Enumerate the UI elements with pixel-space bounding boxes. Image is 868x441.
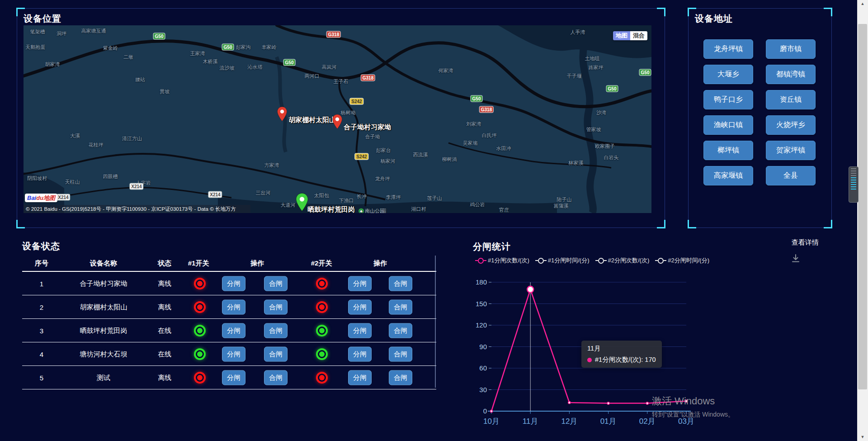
legend-item[interactable]: #1分闸次数/(次)	[475, 256, 529, 265]
cell-index: 5	[27, 374, 57, 381]
cell-device-name: 胡家棚村太阳山	[61, 303, 146, 311]
switch2-indicator-red	[318, 280, 326, 288]
map-stream	[277, 57, 286, 152]
table-column-header: 设备名称	[61, 259, 146, 268]
map-type-hybrid-button[interactable]: 混合	[630, 31, 647, 40]
address-button[interactable]: 磨市镇	[766, 39, 816, 59]
tooltip-value: #1分闸次数/(次): 170	[595, 356, 656, 364]
table-row: 4塘坊河村大石坝在线分闸合闸分闸合闸	[22, 342, 436, 366]
road-shield-s242: S242	[349, 98, 363, 105]
address-button[interactable]: 贺家坪镇	[766, 141, 816, 160]
device-map-pin[interactable]	[277, 106, 288, 123]
map-water	[218, 197, 557, 213]
switch1-close-button[interactable]: 合闸	[264, 276, 288, 291]
address-button[interactable]: 大堰乡	[703, 65, 753, 84]
road-shield-x214: X214	[129, 183, 143, 190]
switch2-open-button[interactable]: 分闸	[348, 299, 372, 314]
switch2-open-button[interactable]: 分闸	[348, 346, 372, 361]
scrollbar[interactable]: ▲ ▼	[857, 0, 868, 441]
road-shield-x214: X214	[56, 194, 70, 201]
device-location-panel: 设备位置 笔架槽洞坪天鹅抱蛋胡家湾高家塘互通紫金岭二墩王家湾彭家沟丰家岭木桥溪流…	[17, 8, 665, 228]
switch1-close-button[interactable]: 合闸	[264, 346, 288, 361]
scroll-widget-stripe	[851, 168, 856, 169]
switch2-open-button[interactable]: 分闸	[348, 370, 372, 385]
address-button[interactable]: 高家堰镇	[703, 166, 753, 185]
address-button[interactable]: 榔坪镇	[703, 141, 753, 160]
data-point	[646, 402, 648, 404]
legend-item[interactable]: #1分闸时间/(分)	[535, 256, 590, 265]
table-row: 1合子坳村习家坳离线分闸合闸分闸合闸	[22, 272, 436, 295]
device-map-pin[interactable]	[332, 114, 343, 131]
table-column-header: #2开关	[306, 259, 337, 268]
switch1-open-button[interactable]: 分闸	[222, 370, 245, 385]
legend-marker	[655, 258, 666, 264]
data-point	[490, 410, 492, 412]
switch1-close-button[interactable]: 合闸	[264, 370, 288, 385]
cell-status: 离线	[152, 279, 177, 288]
switch2-indicator-red	[318, 303, 326, 311]
switch1-close-button[interactable]: 合闸	[264, 299, 288, 314]
table-column-header: 操作	[232, 259, 282, 268]
cell-status: 在线	[152, 350, 177, 358]
road-shield-g50: G50	[222, 44, 234, 51]
view-details-link[interactable]: 查看详情	[792, 238, 819, 247]
x-axis-label: 01月	[600, 417, 617, 426]
scrollbar-thumb[interactable]	[858, 24, 867, 389]
scroll-widget-stripe	[851, 180, 856, 180]
x-axis-label: 12月	[561, 417, 577, 426]
switch2-close-button[interactable]: 合闸	[389, 276, 412, 291]
switch1-open-button[interactable]: 分闸	[222, 346, 245, 361]
scroll-indicator-widget[interactable]	[849, 166, 859, 203]
cell-device-name: 合子坳村习家坳	[61, 279, 146, 288]
road-shield-g50: G50	[471, 95, 483, 102]
address-button[interactable]: 火烧坪乡	[766, 115, 816, 135]
download-icon[interactable]	[791, 253, 801, 263]
road-shield-g50: G50	[283, 59, 296, 66]
scrollbar-down-arrow[interactable]: ▼	[857, 433, 868, 441]
address-button[interactable]: 全县	[766, 166, 816, 185]
switch2-close-button[interactable]: 合闸	[389, 299, 412, 314]
y-axis-label: 120	[476, 321, 487, 329]
switch1-open-button[interactable]: 分闸	[222, 276, 245, 291]
switch1-open-button[interactable]: 分闸	[222, 299, 245, 314]
dashboard-root: 设备位置 笔架槽洞坪天鹅抱蛋胡家湾高家塘互通紫金岭二墩王家湾彭家沟丰家岭木桥溪流…	[0, 0, 868, 441]
baidu-logo-text: du	[36, 194, 43, 201]
tooltip-series-dot	[587, 358, 592, 362]
address-button[interactable]: 鸭子口乡	[703, 90, 753, 109]
switch1-open-button[interactable]: 分闸	[222, 323, 245, 338]
switch1-indicator-green	[196, 350, 204, 358]
switch2-close-button[interactable]: 合闸	[389, 323, 412, 338]
switch2-open-button[interactable]: 分闸	[348, 276, 372, 291]
scrollbar-up-arrow[interactable]: ▲	[857, 0, 868, 8]
device-status-title: 设备状态	[22, 240, 60, 252]
address-button[interactable]: 渔峡口镇	[703, 115, 753, 135]
switch2-close-button[interactable]: 合闸	[389, 346, 412, 361]
baidu-map[interactable]: 笔架槽洞坪天鹅抱蛋胡家湾高家塘互通紫金岭二墩王家湾彭家沟丰家岭木桥溪流沙坡沁水塔…	[24, 25, 651, 213]
address-button[interactable]: 都镇湾镇	[766, 65, 816, 84]
road-shield-g318: G318	[479, 106, 494, 113]
road-shield-x214: X214	[208, 191, 222, 198]
table-column-header: 操作	[355, 259, 405, 268]
cell-device-name: 晒鼓坪村荒田岗	[61, 326, 146, 335]
y-axis-label: 60	[479, 364, 487, 372]
road-shield-g50: G50	[606, 85, 618, 92]
switch2-close-button[interactable]: 合闸	[389, 370, 412, 385]
legend-label: #2分闸时间/(分)	[668, 256, 709, 265]
table-header-row: 序号设备名称状态#1开关操作#2开关操作	[22, 256, 436, 272]
cell-device-name: 测试	[61, 373, 146, 382]
cell-index: 3	[27, 327, 57, 334]
map-type-map-button[interactable]: 地图	[613, 31, 630, 40]
legend-item[interactable]: #2分闸次数/(次)	[595, 256, 650, 265]
cell-status: 离线	[152, 303, 177, 311]
address-button[interactable]: 资丘镇	[766, 90, 816, 109]
table-column-header: 状态	[152, 259, 177, 268]
switch2-open-button[interactable]: 分闸	[348, 323, 372, 338]
address-button[interactable]: 龙舟坪镇	[703, 39, 753, 59]
switch2-indicator-green	[318, 327, 326, 335]
baidu-logo: Baidu地图	[25, 194, 57, 202]
legend-item[interactable]: #2分闸时间/(分)	[655, 256, 709, 265]
map-road-minor	[448, 143, 611, 168]
legend-label: #2分闸次数/(次)	[608, 256, 650, 265]
device-map-pin[interactable]	[295, 193, 309, 213]
switch1-close-button[interactable]: 合闸	[264, 323, 288, 338]
